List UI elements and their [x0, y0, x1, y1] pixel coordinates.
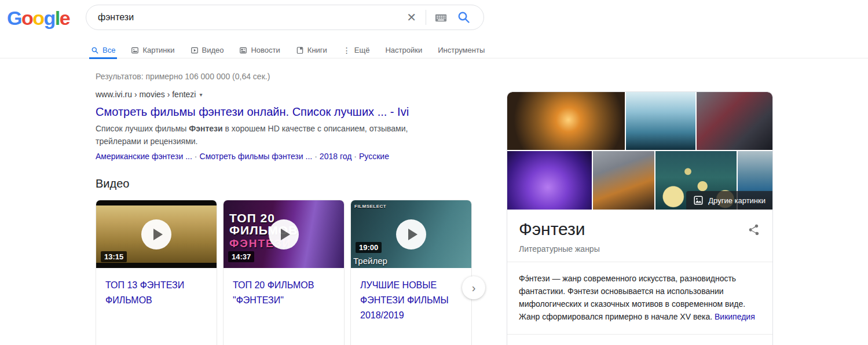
sitelink[interactable]: Смотреть фильмы фэнтези ... [200, 152, 313, 161]
tab-news[interactable]: Новости [239, 42, 280, 58]
tab-label: Ещё [354, 46, 370, 54]
tab-all[interactable]: Все [91, 42, 115, 58]
breadcrumb[interactable]: www.ivi.ru › movies › fentezi ▾ [96, 90, 443, 99]
knowledge-panel: Другие картинки Фэнтези Литературные жан… [507, 91, 773, 345]
snippet-bold-term: Фэнтези [189, 124, 222, 133]
search-input[interactable] [98, 12, 400, 23]
organic-result: www.ivi.ru › movies › fentezi ▾ Смотреть… [96, 90, 443, 161]
search-bar[interactable]: ✕ [86, 5, 484, 30]
chevron-down-icon[interactable]: ▾ [199, 91, 202, 98]
breadcrumb-url: www.ivi.ru › movies › fentezi [96, 90, 196, 99]
video-card[interactable]: 13:15 ТОП 13 ФЭНТЕЗИ ФИЛЬМОВ [96, 200, 217, 345]
kp-image-knight[interactable] [593, 151, 654, 210]
result-sitelinks: Американские фэнтези ...·Смотреть фильмы… [96, 152, 443, 161]
knowledge-header: Фэнтези Литературные жанры [507, 210, 772, 262]
play-icon[interactable] [141, 219, 171, 249]
video-thumbnail-top20[interactable]: ТОП 20 ФИЛЬМОВ ФЭНТЕЗИ 14:37 [224, 200, 344, 268]
search-category-tabs: Все Картинки Видео Новости Книги ⋮ Ещё Н… [91, 42, 500, 58]
kp-image-fire-dragon[interactable] [507, 92, 625, 150]
video-icon [191, 46, 199, 54]
video-title-link[interactable]: ЛУЧШИЕ НОВЫЕ ФЭНТЕЗИ ФИЛЬМЫ 2018/2019 [351, 268, 471, 323]
tab-label: Новости [251, 46, 280, 54]
video-thumbnail-dragon[interactable]: 13:15 [96, 200, 217, 268]
video-title-link[interactable]: ТОП 13 ФЭНТЕЗИ ФИЛЬМОВ [96, 268, 217, 308]
video-title-link[interactable]: ТОП 20 ФИЛЬМОВ "ФЭНТЕЗИ" [224, 268, 344, 308]
knowledge-image-grid: Другие картинки [507, 92, 772, 210]
video-duration-badge: 13:15 [101, 251, 127, 262]
video-card[interactable]: ТОП 20 ФИЛЬМОВ ФЭНТЕЗИ 14:37 ТОП 20 ФИЛЬ… [223, 200, 345, 345]
tab-tools[interactable]: Инструменты [438, 42, 485, 58]
more-images-button[interactable]: Другие картинки [686, 191, 772, 210]
knowledge-subtitle: Литературные жанры [519, 244, 761, 254]
result-stats: Результатов: примерно 106 000 000 (0,64 … [96, 72, 270, 81]
videos-section-heading: Видео [96, 177, 129, 190]
clear-search-icon[interactable]: ✕ [400, 10, 423, 24]
knowledge-description: Фэ́нтези — жанр современного искусства, … [507, 262, 772, 334]
tab-label: Инструменты [438, 46, 485, 54]
tab-label: Картинки [142, 46, 174, 54]
tab-more[interactable]: ⋮ Ещё [343, 42, 370, 58]
tab-images[interactable]: Картинки [131, 42, 174, 58]
tab-books[interactable]: Книги [296, 42, 327, 58]
news-icon [239, 46, 247, 54]
result-snippet: Список лучших фильмы Фэнтези в хорошем H… [96, 122, 421, 148]
video-thumbnail-creature[interactable]: FILMSELECT 19:00 Трейлер [351, 200, 471, 268]
kp-image-ice-warrior[interactable] [626, 92, 695, 150]
tab-label: Книги [307, 46, 327, 54]
tab-settings[interactable]: Настройки [385, 42, 422, 58]
search-submit-icon[interactable] [453, 10, 475, 24]
sitelink[interactable]: Американские фэнтези ... [96, 152, 192, 161]
google-serp-page: Google ✕ Все Картинки Видео Новости [0, 0, 868, 345]
play-icon[interactable] [269, 219, 299, 249]
search-icon [91, 46, 99, 54]
sitelink[interactable]: Русские [359, 152, 389, 161]
knowledge-title: Фэнтези [519, 219, 761, 239]
thumbnail-caption-text: Трейлер [353, 256, 387, 266]
book-icon [296, 46, 304, 54]
kp-image-genie-lamp[interactable] [507, 151, 592, 210]
result-title-link[interactable]: Смотреть фильмы фэнтези онлайн. Список л… [96, 104, 409, 119]
sitelink[interactable]: 2018 год [320, 152, 351, 161]
play-icon[interactable] [396, 219, 426, 249]
google-logo[interactable]: Google [7, 7, 69, 30]
image-icon [131, 46, 139, 54]
tab-label: Все [102, 46, 115, 54]
wikipedia-link[interactable]: Википедия [715, 312, 755, 321]
related-searches-header: Похожие запросы Ещё 10+ [507, 335, 772, 345]
chevron-right-icon: › [472, 281, 476, 295]
share-icon [747, 223, 760, 236]
tab-label: Видео [202, 46, 224, 54]
kp-image-sea-dragon[interactable] [697, 92, 772, 150]
keyboard-icon[interactable] [428, 11, 453, 24]
searchbox-divider [426, 10, 426, 25]
videos-next-button[interactable]: › [462, 276, 485, 299]
more-vertical-icon: ⋮ [343, 46, 351, 54]
image-icon [693, 195, 704, 205]
tab-videos[interactable]: Видео [191, 42, 224, 58]
tab-label: Настройки [385, 46, 422, 54]
video-card[interactable]: FILMSELECT 19:00 Трейлер ЛУЧШИЕ НОВЫЕ ФЭ… [350, 200, 472, 345]
video-duration-badge: 14:37 [228, 251, 254, 262]
video-duration-badge: 19:00 [356, 242, 382, 253]
thumbnail-brand-text: FILMSELECT [354, 204, 386, 209]
share-button[interactable] [747, 223, 760, 238]
more-images-label: Другие картинки [708, 196, 766, 205]
